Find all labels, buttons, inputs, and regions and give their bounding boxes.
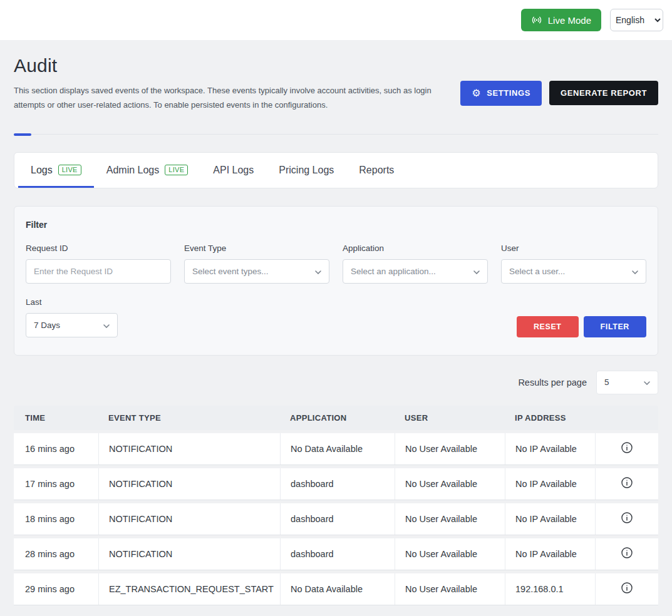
column-header-time: TIME — [14, 413, 98, 423]
last-field-group: Last 7 Days — [26, 297, 118, 337]
generate-report-label: GENERATE REPORT — [561, 88, 647, 98]
live-badge: LIVE — [165, 165, 188, 175]
cell-ip: 192.168.0.1 — [505, 573, 595, 605]
cell-ip: No IP Available — [505, 538, 595, 570]
cell-user: No User Available — [395, 573, 505, 605]
live-mode-label: Live Mode — [548, 15, 591, 26]
tabs-bar: Logs LIVE Admin Logs LIVE API Logs Prici… — [14, 152, 658, 188]
info-icon — [621, 441, 633, 456]
application-label: Application — [343, 244, 488, 253]
info-icon — [621, 547, 633, 561]
page-header-text: Audit This section displays saved events… — [14, 55, 437, 113]
cell-event-type: NOTIFICATION — [98, 503, 280, 535]
row-details-button[interactable] — [621, 476, 633, 491]
filter-title: Filter — [26, 220, 646, 230]
filter-panel: Filter Request ID Event Type Select even… — [14, 206, 658, 356]
filter-button[interactable]: FILTER — [584, 316, 646, 337]
cell-time: 29 mins ago — [14, 573, 98, 605]
cell-application: No Data Available — [280, 573, 395, 605]
cell-user: No User Available — [395, 468, 505, 500]
cell-event-type: NOTIFICATION — [98, 433, 280, 465]
request-id-field-group: Request ID — [26, 244, 171, 284]
settings-button[interactable]: ⚙ SETTINGS — [460, 81, 542, 106]
chevron-down-icon — [644, 377, 650, 387]
tab-logs[interactable]: Logs LIVE — [18, 153, 94, 188]
tab-logs-label: Logs — [31, 165, 53, 176]
cell-details — [595, 573, 658, 605]
table-row: 16 mins ago NOTIFICATION No Data Availab… — [14, 433, 658, 465]
tab-reports[interactable]: Reports — [346, 153, 406, 188]
table-header-row: TIME EVENT TYPE APPLICATION USER IP ADDR… — [14, 406, 658, 430]
tab-api-logs[interactable]: API Logs — [200, 153, 266, 188]
logs-table: TIME EVENT TYPE APPLICATION USER IP ADDR… — [14, 406, 658, 605]
live-badge: LIVE — [58, 165, 81, 175]
chevron-down-icon — [103, 321, 110, 330]
column-header-event-type: EVENT TYPE — [98, 413, 280, 423]
application-placeholder: Select an application... — [351, 267, 436, 276]
user-placeholder: Select a user... — [509, 267, 565, 276]
tab-api-logs-label: API Logs — [213, 165, 254, 176]
info-icon — [621, 476, 633, 491]
user-field-group: User Select a user... — [501, 244, 646, 284]
page-description: This section displays saved events of th… — [14, 84, 437, 113]
user-select[interactable]: Select a user... — [501, 259, 646, 284]
page-header: Audit This section displays saved events… — [14, 55, 658, 113]
tab-pricing-logs[interactable]: Pricing Logs — [266, 153, 346, 188]
broadcast-icon — [531, 14, 542, 26]
cell-event-type: NOTIFICATION — [98, 538, 280, 570]
language-select[interactable]: English — [610, 9, 663, 31]
user-label: User — [501, 244, 646, 253]
row-details-button[interactable] — [621, 441, 633, 456]
cell-details — [595, 503, 658, 535]
results-per-page-select[interactable]: 5 — [596, 371, 658, 394]
cell-user: No User Available — [395, 433, 505, 465]
table-row: 18 mins ago NOTIFICATION dashboard No Us… — [14, 503, 658, 535]
column-header-ip: IP ADDRESS — [505, 413, 595, 423]
info-icon — [621, 582, 633, 596]
cell-application: dashboard — [280, 503, 395, 535]
reset-button[interactable]: RESET — [517, 316, 579, 337]
settings-button-label: SETTINGS — [487, 88, 530, 98]
filter-grid: Request ID Event Type Select event types… — [26, 244, 646, 284]
cell-details — [595, 468, 658, 500]
cell-event-type: EZ_TRANSACTION_REQUEST_START — [98, 573, 280, 605]
cell-details — [595, 538, 658, 570]
chevron-down-icon — [473, 267, 480, 276]
results-per-page-value: 5 — [604, 377, 609, 387]
tab-admin-logs-label: Admin Logs — [106, 165, 160, 176]
tab-admin-logs[interactable]: Admin Logs LIVE — [94, 153, 201, 188]
application-select[interactable]: Select an application... — [343, 259, 488, 284]
cell-ip: No IP Available — [505, 468, 595, 500]
filter-bottom-row: Last 7 Days RESET FILTER — [26, 297, 646, 337]
event-type-select[interactable]: Select event types... — [184, 259, 329, 284]
chevron-down-icon — [632, 267, 638, 276]
accent-bar — [14, 133, 31, 136]
main-content: Audit This section displays saved events… — [0, 55, 672, 616]
chevron-down-icon — [315, 267, 321, 276]
column-header-user: USER — [395, 413, 505, 423]
cell-user: No User Available — [395, 503, 505, 535]
last-label: Last — [26, 297, 118, 307]
generate-report-button[interactable]: GENERATE REPORT — [549, 81, 658, 105]
table-row: 17 mins ago NOTIFICATION dashboard No Us… — [14, 468, 658, 500]
cell-application: No Data Available — [280, 433, 395, 465]
request-id-input[interactable] — [26, 259, 171, 284]
gear-icon: ⚙ — [472, 88, 481, 98]
cell-event-type: NOTIFICATION — [98, 468, 280, 500]
filter-actions: RESET FILTER — [517, 316, 646, 337]
last-selected-value: 7 Days — [34, 321, 60, 330]
live-mode-button[interactable]: Live Mode — [521, 9, 601, 31]
row-details-button[interactable] — [621, 511, 633, 526]
row-details-button[interactable] — [621, 547, 633, 561]
cell-ip: No IP Available — [505, 433, 595, 465]
cell-application: dashboard — [280, 468, 395, 500]
cell-time: 16 mins ago — [14, 433, 98, 465]
page-title: Audit — [14, 55, 437, 76]
cell-time: 17 mins ago — [14, 468, 98, 500]
cell-application: dashboard — [280, 538, 395, 570]
row-details-button[interactable] — [621, 582, 633, 596]
last-select[interactable]: 7 Days — [26, 313, 118, 337]
tab-reports-label: Reports — [359, 165, 394, 176]
table-row: 29 mins ago EZ_TRANSACTION_REQUEST_START… — [14, 573, 658, 605]
cell-user: No User Available — [395, 538, 505, 570]
